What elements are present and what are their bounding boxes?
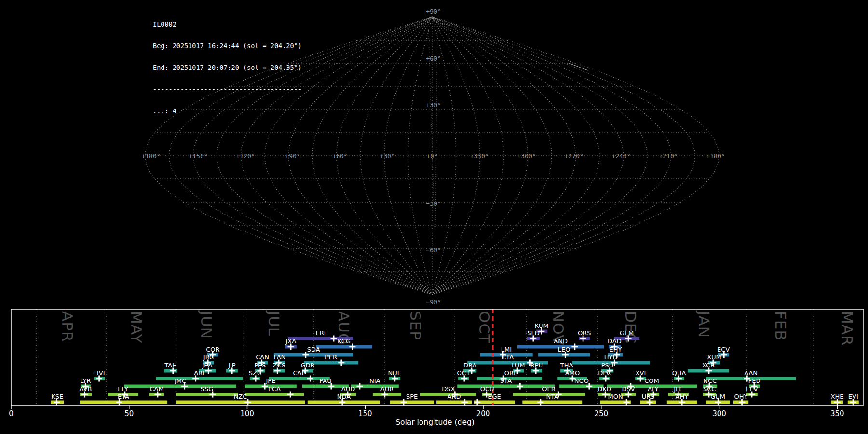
month-label: APR	[59, 311, 76, 342]
shower-peak-marker	[357, 383, 363, 390]
shower-code-label: GDR	[301, 362, 315, 369]
shower-code-label: AMO	[565, 369, 580, 377]
shower-code-label: HVI	[94, 369, 105, 377]
shower-activity-bar	[316, 345, 372, 349]
map-latitude-label: −30°	[426, 200, 441, 207]
shower-code-label: GEM	[620, 329, 634, 337]
shower-code-label: FAN	[273, 353, 285, 361]
shower-activity-bar	[176, 393, 238, 396]
map-longitude-label: +300°	[517, 152, 536, 160]
x-axis-tick-label: 150	[358, 409, 372, 418]
map-latitude-label: −90°	[426, 298, 441, 306]
shower-code-label: EGE	[488, 393, 501, 400]
shower-code-label: DRA	[463, 362, 477, 369]
shower-code-label: ARD	[448, 393, 461, 400]
shower-code-label: DPC	[598, 369, 611, 377]
shower-code-label: ALY	[648, 385, 658, 393]
shower-code-label: JPE	[265, 377, 275, 384]
shower-code-label: PAU	[319, 377, 331, 384]
shower-code-label: PCA	[268, 385, 281, 393]
shower-activity-bar	[274, 353, 353, 357]
shower-activity-bar	[124, 385, 236, 388]
shower-peak-marker	[624, 399, 630, 406]
map-longitude-label: +240°	[611, 152, 630, 160]
shower-code-label: OCU	[480, 385, 494, 393]
shower-code-label: PER	[325, 353, 337, 361]
shower-code-label: DSX	[442, 385, 455, 393]
shower-code-label: AND	[554, 338, 568, 345]
shower-peak-marker	[537, 399, 543, 406]
shower-code-label: ERI	[315, 329, 326, 337]
shower-code-label: AVB	[79, 385, 92, 393]
shower-activity-bar	[390, 401, 434, 404]
shower-code-label: STA	[500, 377, 512, 384]
x-axis-tick-label: 0	[9, 409, 14, 418]
shower-code-label: NUE	[388, 369, 401, 377]
shower-code-label: LMI	[501, 346, 512, 353]
shower-activity-bar	[559, 385, 604, 388]
map-longitude-label: +210°	[659, 152, 678, 160]
shower-code-label: KSE	[51, 393, 63, 400]
map-longitude-label: +90°	[285, 152, 300, 160]
begin-time: Beg: 20251017 16:24:44 (sol = 204.20°)	[153, 42, 302, 50]
shower-code-label: KCG	[338, 338, 351, 345]
shower-code-label: TAH	[164, 362, 177, 369]
shower-code-label: ORI	[504, 369, 515, 377]
shower-code-label: LEO	[558, 346, 570, 353]
shower-code-label: JLE	[673, 385, 683, 393]
shower-activity-bar	[80, 401, 167, 404]
shower-code-label: SSG	[201, 385, 214, 393]
shower-code-label: JIP	[228, 362, 236, 369]
shower-code-label: SCC	[703, 385, 716, 393]
shower-code-label: CTA	[502, 353, 514, 361]
shower-code-label: ZCS	[273, 362, 285, 369]
x-axis-tick-label: 250	[594, 409, 608, 418]
month-label: JUN	[198, 310, 215, 339]
shower-code-label: FED	[748, 377, 761, 384]
shower-code-label: JMC	[174, 377, 186, 384]
shower-code-label: NZC	[234, 393, 247, 400]
shower-code-label: AAN	[744, 369, 758, 377]
shower-code-label: GUM	[710, 393, 725, 400]
month-label: FEB	[772, 311, 789, 341]
shower-code-label: ARI	[194, 369, 204, 377]
x-axis-tick-label: 100	[240, 409, 254, 418]
shower-code-label: SDA	[307, 346, 320, 353]
sky-and-timeline-plot: +180°+150°+120°+90°+60°+30°+0°+330°+300°…	[0, 0, 868, 434]
shower-code-label: XUM	[707, 353, 721, 361]
map-longitude-label: +270°	[564, 152, 583, 160]
shower-code-label: SLD	[527, 329, 540, 337]
shower-code-label: NDA	[337, 393, 351, 400]
month-label: SEP	[407, 311, 424, 340]
shower-peak-marker	[307, 376, 313, 382]
app-canvas: +180°+150°+120°+90°+60°+30°+0°+330°+300°…	[0, 0, 868, 434]
map-longitude-label: +330°	[470, 152, 488, 160]
shower-code-label: KUM	[535, 322, 549, 329]
month-label: MAR	[839, 311, 856, 346]
shower-activity-bar	[245, 393, 304, 396]
shower-code-label: EHY	[609, 346, 622, 353]
shower-code-label: DSV	[622, 385, 635, 393]
shower-code-label: HYD	[604, 353, 618, 361]
shower-code-label: COR	[206, 346, 219, 353]
shower-code-label: OHY	[734, 393, 748, 400]
shower-code-label: CAM	[149, 385, 163, 393]
month-label: JUL	[265, 310, 283, 336]
month-label: OCT	[476, 311, 493, 344]
shower-code-label: OCT	[457, 369, 470, 377]
x-axis-tick-label: 50	[124, 409, 134, 418]
shower-code-label: LYR	[80, 377, 91, 384]
shower-activity-bar	[176, 401, 305, 404]
map-longitude-label: +180°	[706, 152, 725, 160]
shower-code-label: PSU	[601, 362, 614, 369]
shower-code-label: XCB	[702, 362, 715, 369]
shower-peak-marker	[338, 360, 344, 366]
shower-code-label: XVI	[636, 369, 646, 377]
shower-code-label: XHE	[831, 393, 844, 400]
map-latitude-label: +90°	[426, 8, 441, 15]
shower-code-label: RPU	[530, 362, 543, 369]
shower-peak-marker	[461, 399, 468, 406]
station-id: IL0002	[153, 21, 302, 28]
month-label: MAY	[128, 311, 145, 343]
shower-peak-marker	[287, 392, 294, 398]
